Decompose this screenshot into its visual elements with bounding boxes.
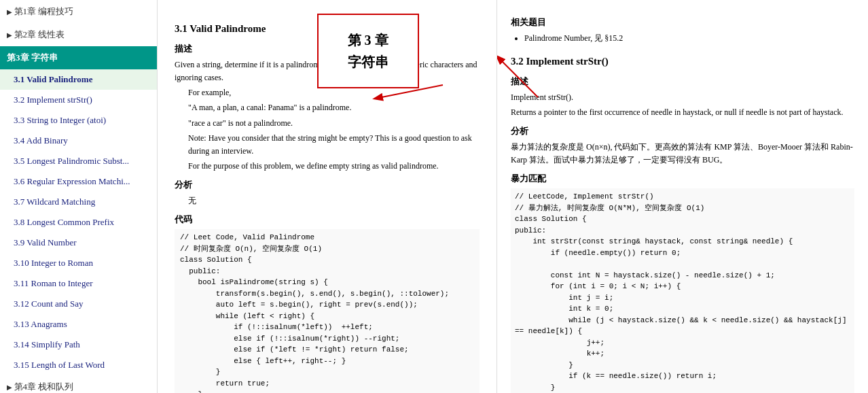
main-content: 第 3 章 字符串 3.1 Valid Palindrome 描述 Given …	[158, 0, 868, 393]
right-miaoshu-label: 描述	[511, 75, 854, 89]
sidebar-item-3-5[interactable]: 3.5 Longest Palindromic Subst...	[0, 151, 157, 171]
right-panel: 相关题目 Palindrome Number, 见 §15.2 3.2 Impl…	[497, 0, 868, 393]
right-panel-content: 相关题目 Palindrome Number, 见 §15.2 3.2 Impl…	[511, 16, 854, 393]
code-baoli: // LeetCode, Implement strStr() // 暴力解法,…	[511, 188, 854, 393]
right-fenxi-label: 分析	[511, 124, 854, 139]
example2: "race a car" is not a palindrome.	[188, 117, 480, 130]
related-item-1: Palindrome Number, 见 §15.2	[524, 32, 854, 45]
section-32-title: 3.2 Implement strStr()	[511, 53, 854, 69]
sidebar-item-3-11[interactable]: 3.11 Roman to Integer	[0, 273, 157, 294]
sidebar-item-3-15[interactable]: 3.15 Length of Last Word	[0, 355, 157, 375]
chapter-cover-line2: 字符串	[348, 51, 388, 73]
sidebar-chapter-4[interactable]: 第4章 栈和队列	[0, 375, 157, 393]
fenxi-label: 分析	[175, 178, 480, 192]
sidebar-item-3-14[interactable]: 3.14 Simplify Path	[0, 335, 157, 355]
sidebar-item-3-12[interactable]: 3.12 Count and Say	[0, 294, 157, 314]
sidebar-chapter-2[interactable]: 第2章 线性表	[0, 23, 157, 46]
chapter-cover-line1: 第 3 章	[348, 29, 388, 51]
sidebar-item-3-6[interactable]: 3.6 Regular Expression Matchi...	[0, 171, 157, 192]
related-label: 相关题目	[511, 16, 854, 30]
arrow-right	[497, 50, 545, 108]
code-block-1: // Leet Code, Valid Palindrome // 时间复杂度 …	[175, 229, 480, 393]
sidebar-item-3-2[interactable]: 3.2 Implement strStr()	[0, 90, 157, 110]
chapter-cover: 第 3 章 字符串	[317, 14, 419, 88]
sidebar-item-3-7[interactable]: 3.7 Wildcard Matching	[0, 192, 157, 212]
baoli-label: 暴力匹配	[511, 172, 854, 186]
sidebar-item-3-13[interactable]: 3.13 Anagrams	[0, 314, 157, 335]
sidebar-item-3-9[interactable]: 3.9 Valid Number	[0, 233, 157, 253]
sidebar-item-3-8[interactable]: 3.8 Longest Common Prefix	[0, 212, 157, 233]
related-list: Palindrome Number, 见 §15.2	[524, 32, 854, 45]
fenxi-text: 无	[188, 194, 480, 207]
daima-label: 代码	[175, 213, 480, 227]
sidebar-item-3-10[interactable]: 3.10 Integer to Roman	[0, 253, 157, 273]
sidebar-item-3-3[interactable]: 3.3 String to Integer (atoi)	[0, 110, 157, 131]
svg-line-1	[497, 56, 538, 97]
sidebar-chapter-1[interactable]: 第1章 编程技巧	[0, 0, 157, 23]
sidebar-item-3-1[interactable]: 3.1 Valid Palindrome	[0, 69, 157, 90]
sidebar-chapter-3[interactable]: 第3章 字符串	[0, 46, 157, 69]
empty-note: For the purpose of this problem, we defi…	[188, 160, 480, 173]
right-miaoshu-2: Returns a pointer to the first occurrenc…	[511, 106, 854, 119]
sidebar: 第1章 编程技巧 第2章 线性表 第3章 字符串 3.1 Valid Palin…	[0, 0, 158, 393]
right-miaoshu-1: Implement strStr().	[511, 91, 854, 104]
note-text: Note: Have you consider that the string …	[188, 132, 480, 158]
right-fenxi-text: 暴力算法的复杂度是 O(n×n), 代码如下。更高效的算法有 KMP 算法、Bo…	[511, 141, 854, 167]
book-page: 第 3 章 字符串 3.1 Valid Palindrome 描述 Given …	[158, 0, 497, 393]
sidebar-item-3-4[interactable]: 3.4 Add Binary	[0, 131, 157, 151]
